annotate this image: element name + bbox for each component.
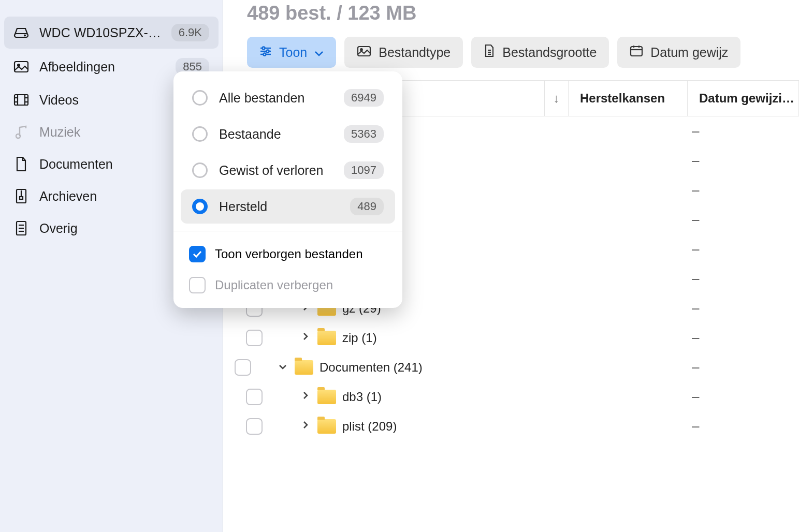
row-date: – xyxy=(688,271,799,287)
svg-rect-30 xyxy=(631,47,642,56)
filter-option[interactable]: Bestaande5363 xyxy=(181,117,395,151)
svg-point-22 xyxy=(267,50,269,52)
row-date: – xyxy=(688,418,799,434)
row-date: – xyxy=(688,241,799,257)
image-icon xyxy=(13,59,29,75)
drive-icon xyxy=(13,25,29,40)
filter-toon-button[interactable]: Toon xyxy=(247,37,336,68)
row-date: – xyxy=(688,153,799,169)
sliders-icon xyxy=(259,45,272,60)
row-date: – xyxy=(688,330,799,346)
option-count: 5363 xyxy=(344,125,384,143)
sidebar-item-badge: 6.9K xyxy=(171,24,209,41)
svg-point-26 xyxy=(360,49,362,51)
row-date: – xyxy=(688,123,799,139)
option-label: Hersteld xyxy=(219,199,339,214)
row-date: – xyxy=(688,300,799,316)
option-label: Alle bestanden xyxy=(219,91,332,106)
checkbox-label: Duplicaten verbergen xyxy=(215,278,333,292)
svg-point-20 xyxy=(263,47,265,49)
filter-size-button[interactable]: Bestandsgrootte xyxy=(471,37,609,68)
filter-date-button[interactable]: Datum gewijz xyxy=(617,37,740,68)
filter-option[interactable]: Alle bestanden6949 xyxy=(181,81,395,115)
table-row[interactable]: zip (1)– xyxy=(223,323,799,352)
table-row[interactable]: db3 (1)– xyxy=(223,382,799,411)
checkbox-label: Toon verborgen bestanden xyxy=(215,247,363,261)
row-name: plist (209) xyxy=(342,419,397,434)
archive-icon xyxy=(13,188,29,204)
row-checkbox[interactable] xyxy=(246,418,263,435)
table-row[interactable]: plist (209)– xyxy=(223,411,799,441)
other-icon xyxy=(13,220,29,236)
toon-dropdown: Alle bestanden6949Bestaande5363Gewist of… xyxy=(173,71,402,308)
folder-icon xyxy=(317,331,336,345)
show-hidden-checkbox[interactable]: Toon verborgen bestanden xyxy=(173,239,402,270)
radio-icon xyxy=(192,162,208,178)
chevron-right-icon[interactable] xyxy=(298,421,313,432)
chevron-down-icon[interactable] xyxy=(275,362,290,373)
row-date: – xyxy=(688,212,799,228)
filesize-icon xyxy=(484,44,495,61)
calendar-icon xyxy=(630,45,643,60)
column-date[interactable]: Datum gewijzi… xyxy=(688,81,799,116)
table-row[interactable]: Documenten (241)– xyxy=(223,352,799,382)
svg-rect-14 xyxy=(20,197,23,199)
column-recovery[interactable]: Herstelkansen xyxy=(569,81,688,116)
sidebar-item-drive[interactable]: WDC WD10SPZX-22Z10… 6.9K xyxy=(4,17,219,49)
chevron-right-icon[interactable] xyxy=(298,332,313,343)
chevron-right-icon[interactable] xyxy=(298,391,313,402)
radio-icon xyxy=(192,199,208,214)
filter-option[interactable]: Hersteld489 xyxy=(181,189,395,224)
folder-icon xyxy=(317,419,336,434)
column-sort[interactable]: ↓ xyxy=(545,81,569,116)
divider xyxy=(173,231,402,231)
option-count: 489 xyxy=(350,198,384,215)
row-checkbox[interactable] xyxy=(246,389,263,405)
svg-point-3 xyxy=(18,64,20,66)
filter-type-button[interactable]: Bestandtype xyxy=(344,37,463,68)
document-icon xyxy=(13,156,29,172)
video-icon xyxy=(13,92,29,108)
row-name: zip (1) xyxy=(342,331,377,345)
filter-label: Bestandsgrootte xyxy=(502,45,597,60)
row-name: Documenten (241) xyxy=(319,360,423,375)
option-label: Bestaande xyxy=(219,127,332,142)
option-count: 1097 xyxy=(344,161,384,179)
row-name: db3 (1) xyxy=(342,390,382,404)
svg-rect-4 xyxy=(14,95,28,105)
filter-option[interactable]: Gewist of verloren1097 xyxy=(181,153,395,187)
music-icon xyxy=(13,124,29,140)
row-checkbox[interactable] xyxy=(235,359,251,376)
filter-label: Toon xyxy=(279,45,307,60)
page-summary: 489 best. / 123 MB xyxy=(223,0,799,24)
row-date: – xyxy=(688,389,799,405)
filetype-icon xyxy=(357,45,371,60)
row-checkbox[interactable] xyxy=(246,330,263,346)
hide-duplicates-checkbox[interactable]: Duplicaten verbergen xyxy=(173,270,402,301)
filter-label: Datum gewijz xyxy=(650,45,728,60)
option-count: 6949 xyxy=(344,89,384,107)
sidebar-item-label: WDC WD10SPZX-22Z10… xyxy=(39,25,161,40)
sidebar-item-label: Afbeeldingen xyxy=(39,60,165,75)
radio-icon xyxy=(192,126,208,142)
row-date: – xyxy=(688,359,799,375)
chevron-down-icon xyxy=(314,45,324,60)
row-date: – xyxy=(688,182,799,198)
folder-icon xyxy=(317,390,336,404)
svg-point-24 xyxy=(264,53,266,55)
svg-point-1 xyxy=(24,35,25,36)
filter-label: Bestandtype xyxy=(379,45,451,60)
checkbox-icon xyxy=(189,277,206,293)
radio-icon xyxy=(192,90,208,106)
folder-icon xyxy=(295,360,313,375)
checkbox-icon xyxy=(189,246,206,262)
option-label: Gewist of verloren xyxy=(219,163,332,178)
